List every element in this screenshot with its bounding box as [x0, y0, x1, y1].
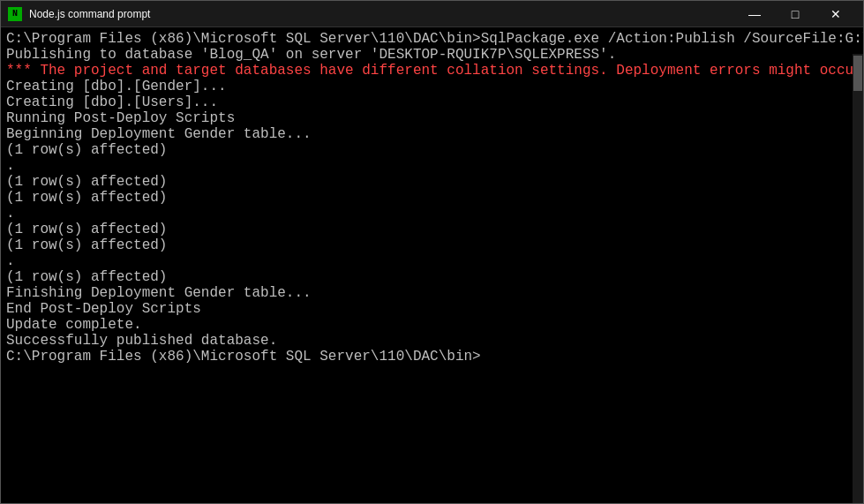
close-button[interactable]: ✕: [815, 1, 856, 27]
maximize-button[interactable]: □: [775, 1, 815, 27]
terminal-line: (1 row(s) affected): [6, 269, 858, 285]
terminal-line: Successfully published database.: [6, 333, 858, 349]
terminal-line: Finishing Deployment Gender table...: [6, 285, 858, 301]
terminal-line: *** The project and target databases hav…: [6, 63, 858, 79]
terminal-line: (1 row(s) affected): [6, 142, 858, 158]
terminal-line: Beginning Deployment Gender table...: [6, 126, 858, 142]
window-title: Node.js command prompt: [29, 8, 734, 20]
terminal-line: .: [6, 206, 858, 222]
terminal-line: C:\Program Files (x86)\Microsoft SQL Ser…: [6, 349, 858, 365]
terminal-line: (1 row(s) affected): [6, 222, 858, 237]
terminal-line: C:\Program Files (x86)\Microsoft SQL Ser…: [6, 31, 858, 47]
terminal-line: (1 row(s) affected): [6, 190, 858, 206]
terminal-line: End Post-Deploy Scripts: [6, 301, 858, 317]
window: N Node.js command prompt — □ ✕ C:\Progra…: [0, 0, 864, 504]
title-bar: N Node.js command prompt — □ ✕: [1, 1, 863, 27]
app-icon: N: [8, 7, 22, 21]
terminal-line: Running Post-Deploy Scripts: [6, 110, 858, 126]
minimize-button[interactable]: —: [734, 1, 775, 27]
terminal-body[interactable]: C:\Program Files (x86)\Microsoft SQL Ser…: [1, 27, 863, 503]
terminal-line: (1 row(s) affected): [6, 174, 858, 190]
scrollbar[interactable]: [853, 54, 863, 503]
terminal-line: (1 row(s) affected): [6, 237, 858, 253]
scrollbar-thumb[interactable]: [853, 56, 862, 91]
terminal-line: .: [6, 253, 858, 269]
terminal-line: Update complete.: [6, 317, 858, 333]
window-controls: — □ ✕: [734, 1, 856, 27]
terminal-line: Publishing to database 'Blog_QA' on serv…: [6, 47, 858, 63]
terminal-line: Creating [dbo].[Gender]...: [6, 79, 858, 94]
terminal-line: .: [6, 158, 858, 174]
terminal-wrapper: C:\Program Files (x86)\Microsoft SQL Ser…: [1, 27, 863, 503]
terminal-line: Creating [dbo].[Users]...: [6, 94, 858, 110]
